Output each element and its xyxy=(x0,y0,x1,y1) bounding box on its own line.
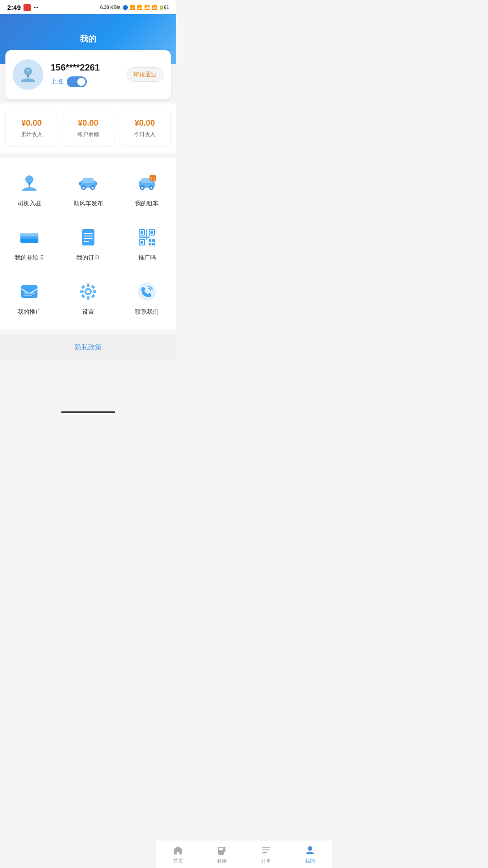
svg-rect-52 xyxy=(81,285,85,289)
menu-item-promo-code[interactable]: 推广码 xyxy=(117,217,176,271)
svg-rect-44 xyxy=(24,292,35,294)
svg-rect-9 xyxy=(79,182,81,185)
work-toggle[interactable] xyxy=(67,76,87,87)
svg-rect-36 xyxy=(141,241,143,244)
svg-rect-26 xyxy=(84,238,93,239)
svg-rect-38 xyxy=(152,239,155,242)
stat-balance-amount: ¥0.00 xyxy=(66,118,110,128)
status-right-icons: 6.30 KB/s 🔵 📶 📶 📶 📶 🔋61 xyxy=(100,5,169,10)
svg-text:租: 租 xyxy=(151,176,155,181)
svg-rect-55 xyxy=(91,294,95,298)
svg-rect-30 xyxy=(141,231,143,234)
car-icon xyxy=(76,171,100,195)
gear-icon xyxy=(76,280,100,303)
svg-rect-27 xyxy=(84,241,89,242)
stat-today-income[interactable]: ¥0.00 今日收入 xyxy=(119,111,171,146)
svg-point-8 xyxy=(92,187,94,189)
status-badge: 审核通过 xyxy=(127,67,164,82)
stat-total-amount: ¥0.00 xyxy=(9,118,53,128)
menu-label-orders: 我的订单 xyxy=(76,254,100,262)
svg-rect-53 xyxy=(91,285,95,289)
svg-rect-25 xyxy=(84,236,93,236)
menu-item-my-promotion[interactable]: 我的推广 xyxy=(0,271,59,325)
stat-balance-label: 账户余额 xyxy=(66,131,110,138)
qr-icon xyxy=(135,226,159,249)
nav-item-home[interactable]: 首页 xyxy=(156,840,176,868)
bottom-nav: 首页 补给 订单 我的 xyxy=(156,840,176,868)
avatar xyxy=(13,59,43,90)
svg-rect-41 xyxy=(146,229,147,240)
page-title: 我的 xyxy=(80,33,96,44)
menu-label-promo-code: 推广码 xyxy=(138,254,156,262)
menu-label-supply-card: 我的补给卡 xyxy=(15,254,44,262)
status-bar: 2:49 ··· 6.30 KB/s 🔵 📶 📶 📶 📶 🔋61 xyxy=(0,0,176,14)
svg-rect-45 xyxy=(24,295,32,296)
menu-item-rental[interactable]: 租 我的租车 xyxy=(117,162,176,217)
home-indicator xyxy=(61,411,115,413)
svg-rect-10 xyxy=(95,182,97,185)
driver-icon xyxy=(18,171,41,195)
svg-rect-33 xyxy=(150,231,153,234)
menu-item-supply-card[interactable]: 我的补给卡 xyxy=(0,217,59,271)
orders-icon xyxy=(76,226,100,249)
menu-item-contact[interactable]: 联系我们 xyxy=(117,271,176,325)
svg-rect-54 xyxy=(81,294,85,298)
menu-item-driver-register[interactable]: 司机入驻 xyxy=(0,162,59,217)
privacy-link[interactable]: 隐私政策 xyxy=(75,343,102,351)
menu-section: 司机入驻 顺风车发布 xyxy=(0,158,176,330)
menu-item-orders[interactable]: 我的订单 xyxy=(59,217,117,271)
home-icon xyxy=(173,845,176,856)
svg-rect-50 xyxy=(80,290,84,293)
menu-label-rideshare: 顺风车发布 xyxy=(74,199,103,208)
svg-rect-24 xyxy=(84,233,93,234)
svg-point-47 xyxy=(86,290,90,293)
profile-card: 156****2261 上班 审核通过 xyxy=(5,50,171,99)
menu-label-driver-register: 司机入驻 xyxy=(18,199,41,208)
svg-point-7 xyxy=(83,187,85,189)
stat-today-label: 今日收入 xyxy=(123,131,167,138)
svg-rect-4 xyxy=(83,178,94,183)
menu-label-my-promotion: 我的推广 xyxy=(18,308,41,316)
menu-label-rental: 我的租车 xyxy=(135,199,159,208)
svg-rect-21 xyxy=(20,239,38,243)
stats-section: ¥0.00 累计收入 ¥0.00 账户余额 ¥0.00 今日收入 xyxy=(0,104,176,153)
svg-rect-39 xyxy=(149,243,151,245)
menu-grid: 司机入驻 顺风车发布 xyxy=(0,162,176,325)
inbox-icon xyxy=(18,280,41,303)
card-icon xyxy=(18,226,41,249)
svg-point-56 xyxy=(138,283,156,301)
svg-rect-1 xyxy=(27,70,29,71)
svg-point-15 xyxy=(141,187,144,189)
work-status-label: 上班 xyxy=(51,78,63,86)
profile-phone: 156****2261 xyxy=(51,62,119,73)
svg-rect-40 xyxy=(152,243,155,245)
rental-car-icon: 租 xyxy=(135,171,159,195)
status-time: 2:49 xyxy=(7,4,21,11)
profile-info: 156****2261 上班 xyxy=(51,62,119,87)
svg-rect-51 xyxy=(93,290,96,293)
svg-rect-49 xyxy=(87,296,89,300)
privacy-section[interactable]: 隐私政策 xyxy=(0,334,176,361)
menu-item-rideshare[interactable]: 顺风车发布 xyxy=(59,162,117,217)
svg-point-0 xyxy=(24,67,32,75)
stat-today-amount: ¥0.00 xyxy=(123,118,167,128)
stats-row: ¥0.00 累计收入 ¥0.00 账户余额 ¥0.00 今日收入 xyxy=(5,111,171,146)
nav-label-home: 首页 xyxy=(173,858,176,864)
svg-rect-37 xyxy=(149,239,151,242)
phone-icon xyxy=(135,280,159,303)
svg-rect-22 xyxy=(20,233,38,236)
status-dots: ··· xyxy=(33,4,38,11)
stat-total-label: 累计收入 xyxy=(9,131,53,138)
menu-item-settings[interactable]: 设置 xyxy=(59,271,117,325)
svg-rect-48 xyxy=(87,283,89,287)
svg-rect-23 xyxy=(82,229,94,245)
status-dot-icon xyxy=(23,4,31,11)
stat-balance[interactable]: ¥0.00 账户余额 xyxy=(62,111,114,146)
svg-point-16 xyxy=(150,187,153,189)
menu-label-settings: 设置 xyxy=(82,308,94,316)
svg-rect-42 xyxy=(139,236,150,238)
stat-total-income[interactable]: ¥0.00 累计收入 xyxy=(5,111,57,146)
menu-label-contact: 联系我们 xyxy=(135,308,159,316)
